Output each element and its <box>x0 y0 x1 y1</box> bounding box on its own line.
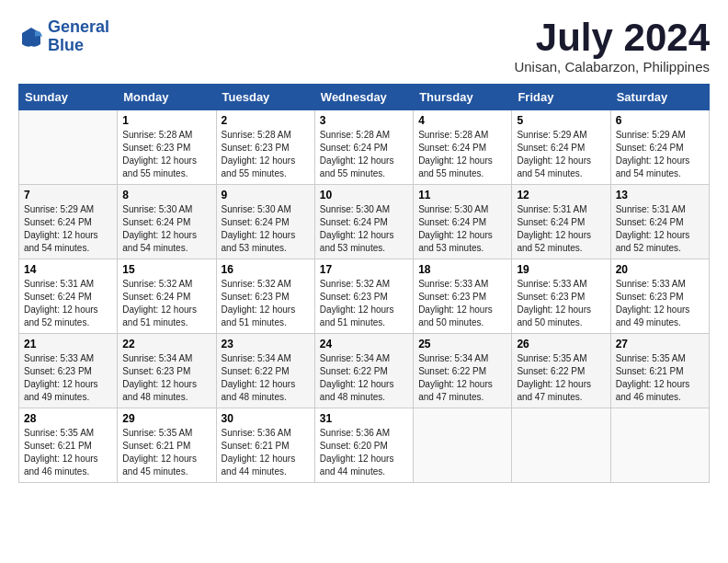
day-number: 14 <box>24 263 112 276</box>
week-row-3: 14Sunrise: 5:31 AM Sunset: 6:24 PM Dayli… <box>19 259 710 334</box>
day-info: Sunrise: 5:35 AM Sunset: 6:21 PM Dayligh… <box>24 427 112 478</box>
day-number: 2 <box>222 114 310 127</box>
calendar-cell: 4Sunrise: 5:28 AM Sunset: 6:24 PM Daylig… <box>414 110 512 185</box>
calendar-cell: 15Sunrise: 5:32 AM Sunset: 6:24 PM Dayli… <box>118 259 216 334</box>
day-info: Sunrise: 5:34 AM Sunset: 6:22 PM Dayligh… <box>320 352 408 404</box>
day-number: 17 <box>320 263 408 276</box>
day-info: Sunrise: 5:35 AM Sunset: 6:21 PM Dayligh… <box>122 427 210 478</box>
day-info: Sunrise: 5:33 AM Sunset: 6:23 PM Dayligh… <box>616 278 704 329</box>
day-number: 18 <box>418 263 506 276</box>
day-number: 20 <box>616 263 704 276</box>
day-number: 30 <box>222 412 310 425</box>
day-info: Sunrise: 5:28 AM Sunset: 6:23 PM Dayligh… <box>122 129 210 180</box>
calendar-cell: 10Sunrise: 5:30 AM Sunset: 6:24 PM Dayli… <box>314 185 413 259</box>
calendar-cell: 16Sunrise: 5:32 AM Sunset: 6:23 PM Dayli… <box>216 259 314 334</box>
day-number: 12 <box>517 189 605 201</box>
header-cell-wednesday: Wednesday <box>314 85 413 110</box>
calendar-cell: 6Sunrise: 5:29 AM Sunset: 6:24 PM Daylig… <box>610 110 709 185</box>
day-info: Sunrise: 5:31 AM Sunset: 6:24 PM Dayligh… <box>24 278 112 329</box>
calendar-cell: 2Sunrise: 5:28 AM Sunset: 6:23 PM Daylig… <box>216 110 314 185</box>
day-info: Sunrise: 5:33 AM Sunset: 6:23 PM Dayligh… <box>517 278 605 329</box>
day-info: Sunrise: 5:31 AM Sunset: 6:24 PM Dayligh… <box>517 203 605 255</box>
day-number: 29 <box>122 412 210 425</box>
calendar-cell <box>512 408 610 483</box>
calendar-body: 1Sunrise: 5:28 AM Sunset: 6:23 PM Daylig… <box>19 110 710 483</box>
calendar-cell: 28Sunrise: 5:35 AM Sunset: 6:21 PM Dayli… <box>19 408 118 483</box>
logo-line1: General <box>48 17 109 36</box>
calendar-cell: 11Sunrise: 5:30 AM Sunset: 6:24 PM Dayli… <box>414 185 512 259</box>
calendar-cell: 18Sunrise: 5:33 AM Sunset: 6:23 PM Dayli… <box>414 259 512 334</box>
week-row-1: 1Sunrise: 5:28 AM Sunset: 6:23 PM Daylig… <box>19 110 710 185</box>
day-number: 16 <box>222 263 310 276</box>
week-row-5: 28Sunrise: 5:35 AM Sunset: 6:21 PM Dayli… <box>19 408 710 483</box>
calendar-cell: 21Sunrise: 5:33 AM Sunset: 6:23 PM Dayli… <box>19 334 118 408</box>
calendar-cell: 17Sunrise: 5:32 AM Sunset: 6:23 PM Dayli… <box>314 259 413 334</box>
month-title: July 2024 <box>514 18 710 57</box>
calendar-cell: 19Sunrise: 5:33 AM Sunset: 6:23 PM Dayli… <box>512 259 610 334</box>
day-info: Sunrise: 5:30 AM Sunset: 6:24 PM Dayligh… <box>222 203 310 255</box>
day-info: Sunrise: 5:35 AM Sunset: 6:22 PM Dayligh… <box>517 352 605 404</box>
day-number: 27 <box>616 338 704 350</box>
calendar-cell: 8Sunrise: 5:30 AM Sunset: 6:24 PM Daylig… <box>118 185 216 259</box>
calendar-cell: 1Sunrise: 5:28 AM Sunset: 6:23 PM Daylig… <box>118 110 216 185</box>
calendar-header: SundayMondayTuesdayWednesdayThursdayFrid… <box>19 85 710 110</box>
page-header: General Blue July 2024 Unisan, Calabarzo… <box>18 18 710 75</box>
calendar-cell: 24Sunrise: 5:34 AM Sunset: 6:22 PM Dayli… <box>314 334 413 408</box>
day-number: 9 <box>222 189 310 201</box>
day-number: 6 <box>616 114 704 127</box>
day-number: 21 <box>24 338 112 350</box>
calendar-cell <box>414 408 512 483</box>
calendar-cell: 14Sunrise: 5:31 AM Sunset: 6:24 PM Dayli… <box>19 259 118 334</box>
day-info: Sunrise: 5:34 AM Sunset: 6:22 PM Dayligh… <box>418 352 506 404</box>
logo-icon <box>18 24 44 50</box>
day-info: Sunrise: 5:32 AM Sunset: 6:24 PM Dayligh… <box>122 278 210 329</box>
day-info: Sunrise: 5:28 AM Sunset: 6:23 PM Dayligh… <box>222 129 310 180</box>
day-number: 28 <box>24 412 112 425</box>
header-cell-friday: Friday <box>512 85 610 110</box>
day-info: Sunrise: 5:28 AM Sunset: 6:24 PM Dayligh… <box>320 129 408 180</box>
day-number: 25 <box>418 338 506 350</box>
day-number: 22 <box>122 338 210 350</box>
day-info: Sunrise: 5:34 AM Sunset: 6:23 PM Dayligh… <box>122 352 210 404</box>
header-cell-thursday: Thursday <box>414 85 512 110</box>
day-info: Sunrise: 5:29 AM Sunset: 6:24 PM Dayligh… <box>24 203 112 255</box>
calendar-cell: 23Sunrise: 5:34 AM Sunset: 6:22 PM Dayli… <box>216 334 314 408</box>
calendar-cell: 3Sunrise: 5:28 AM Sunset: 6:24 PM Daylig… <box>314 110 413 185</box>
day-info: Sunrise: 5:30 AM Sunset: 6:24 PM Dayligh… <box>122 203 210 255</box>
calendar-cell: 5Sunrise: 5:29 AM Sunset: 6:24 PM Daylig… <box>512 110 610 185</box>
day-number: 7 <box>24 189 112 201</box>
title-block: July 2024 Unisan, Calabarzon, Philippine… <box>514 18 710 75</box>
day-info: Sunrise: 5:31 AM Sunset: 6:24 PM Dayligh… <box>616 203 704 255</box>
day-number: 19 <box>517 263 605 276</box>
calendar-cell: 30Sunrise: 5:36 AM Sunset: 6:21 PM Dayli… <box>216 408 314 483</box>
calendar-cell: 9Sunrise: 5:30 AM Sunset: 6:24 PM Daylig… <box>216 185 314 259</box>
logo-line2: Blue <box>48 36 84 54</box>
day-info: Sunrise: 5:34 AM Sunset: 6:22 PM Dayligh… <box>222 352 310 404</box>
day-info: Sunrise: 5:29 AM Sunset: 6:24 PM Dayligh… <box>517 129 605 180</box>
day-info: Sunrise: 5:30 AM Sunset: 6:24 PM Dayligh… <box>418 203 506 255</box>
day-number: 11 <box>418 189 506 201</box>
calendar-cell: 22Sunrise: 5:34 AM Sunset: 6:23 PM Dayli… <box>118 334 216 408</box>
logo-text: General Blue <box>48 18 109 55</box>
day-number: 10 <box>320 189 408 201</box>
week-row-4: 21Sunrise: 5:33 AM Sunset: 6:23 PM Dayli… <box>19 334 710 408</box>
header-cell-saturday: Saturday <box>610 85 709 110</box>
calendar-cell <box>19 110 118 185</box>
day-number: 5 <box>517 114 605 127</box>
calendar-cell: 26Sunrise: 5:35 AM Sunset: 6:22 PM Dayli… <box>512 334 610 408</box>
calendar-cell: 31Sunrise: 5:36 AM Sunset: 6:20 PM Dayli… <box>314 408 413 483</box>
calendar-cell: 12Sunrise: 5:31 AM Sunset: 6:24 PM Dayli… <box>512 185 610 259</box>
day-info: Sunrise: 5:28 AM Sunset: 6:24 PM Dayligh… <box>418 129 506 180</box>
header-row: SundayMondayTuesdayWednesdayThursdayFrid… <box>19 85 710 110</box>
day-info: Sunrise: 5:30 AM Sunset: 6:24 PM Dayligh… <box>320 203 408 255</box>
location-subtitle: Unisan, Calabarzon, Philippines <box>514 59 710 75</box>
day-info: Sunrise: 5:32 AM Sunset: 6:23 PM Dayligh… <box>222 278 310 329</box>
header-cell-sunday: Sunday <box>19 85 118 110</box>
day-number: 15 <box>122 263 210 276</box>
calendar-cell: 13Sunrise: 5:31 AM Sunset: 6:24 PM Dayli… <box>610 185 709 259</box>
logo: General Blue <box>18 18 109 55</box>
day-number: 13 <box>616 189 704 201</box>
calendar-cell: 25Sunrise: 5:34 AM Sunset: 6:22 PM Dayli… <box>414 334 512 408</box>
day-number: 23 <box>222 338 310 350</box>
day-info: Sunrise: 5:33 AM Sunset: 6:23 PM Dayligh… <box>418 278 506 329</box>
